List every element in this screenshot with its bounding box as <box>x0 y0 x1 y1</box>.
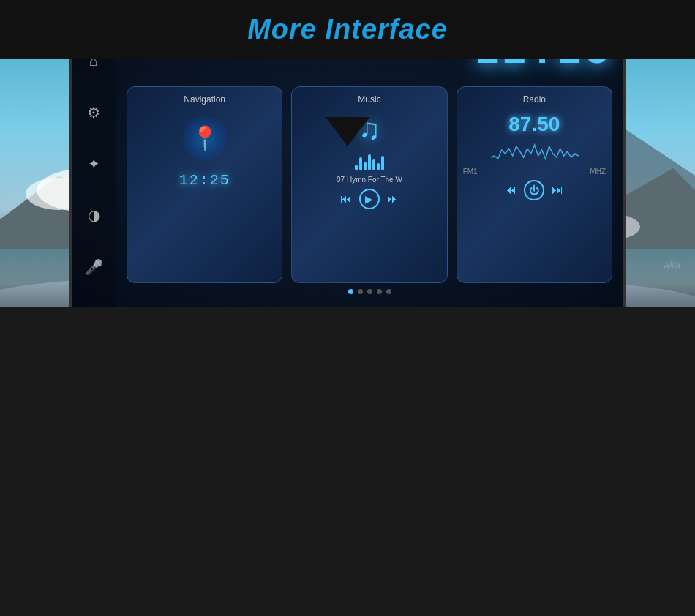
music-card[interactable]: Music ♫ 07 Hymn For The <box>291 86 447 283</box>
radio-power-button[interactable]: ⏻ <box>524 180 544 200</box>
dot-5[interactable] <box>386 289 391 294</box>
top-row: Tuesday, January 02 PM 12:25 <box>127 59 612 75</box>
prev-button[interactable]: ⏮ <box>340 192 352 206</box>
device-screen: ⌂ 12:25 🔊 ⊠ ⊟ ↩ ⌂ ⚙ ✦ <box>72 59 623 307</box>
bar-4 <box>368 154 371 170</box>
nav-icon-area: 📍 <box>179 113 230 164</box>
page-indicators <box>127 283 612 300</box>
app-cards: Navigation 📍 12:25 Music ♫ <box>127 86 612 283</box>
music-visualizer <box>355 152 384 170</box>
digital-clock: 12:25 <box>475 59 612 75</box>
radio-label-row: FM1 MHZ <box>463 168 606 176</box>
nav-card-title: Navigation <box>184 94 225 105</box>
play-button[interactable]: ▶ <box>359 189 380 209</box>
next-button[interactable]: ⏭ <box>387 192 399 206</box>
main-content: ⌂ ⚙ ✦ ◑ 🎤 Tuesday, January 02 PM 12:25 <box>72 59 623 307</box>
down-arrow-icon <box>326 117 369 146</box>
radio-next-button[interactable]: ⏭ <box>552 184 563 197</box>
header: More Interface <box>0 0 695 59</box>
car-head-unit: ⌂ 12:25 🔊 ⊠ ⊟ ↩ ⌂ ⚙ ✦ <box>70 59 626 307</box>
left-sidebar: ⌂ ⚙ ✦ ◑ 🎤 <box>72 59 116 307</box>
equalizer-icon[interactable]: ⚙ <box>87 104 100 121</box>
microphone-icon[interactable]: 🎤 <box>85 258 103 276</box>
home-icon[interactable]: ⌂ <box>89 59 98 70</box>
mountain-section: ⌂ 12:25 🔊 ⊠ ⊟ ↩ ⌂ ⚙ ✦ <box>0 59 695 307</box>
song-title: 07 Hymn For The W <box>337 176 402 184</box>
dot-1[interactable] <box>348 289 353 294</box>
bar-7 <box>381 156 384 170</box>
center-content: Tuesday, January 02 PM 12:25 Navigation … <box>116 59 623 307</box>
page-title: More Interface <box>247 14 448 45</box>
location-pin-icon: 📍 <box>190 124 219 152</box>
radio-unit: MHZ <box>590 168 606 176</box>
nav-sub-clock: 12:25 <box>179 172 230 189</box>
radio-card-title: Radio <box>523 94 546 105</box>
bar-6 <box>377 163 380 170</box>
radio-band: FM1 <box>463 168 478 176</box>
settings-icon[interactable]: ✦ <box>88 155 100 173</box>
radio-controls: ⏮ ⏻ ⏭ <box>505 180 563 200</box>
radio-card[interactable]: Radio 87.50 FM1 MHZ <box>457 86 612 283</box>
brightness-icon[interactable]: ◑ <box>88 206 100 224</box>
nav-glow: 📍 <box>183 116 227 160</box>
music-controls: ⏮ ▶ ⏭ <box>340 189 399 209</box>
bar-3 <box>364 162 367 170</box>
music-card-title: Music <box>358 94 380 105</box>
radio-spectrum <box>463 143 606 165</box>
bar-1 <box>355 165 358 170</box>
watermark: alta <box>664 259 680 271</box>
bar-5 <box>372 159 375 170</box>
navigation-card[interactable]: Navigation 📍 12:25 <box>127 86 282 283</box>
radio-frequency: 87.50 <box>508 113 560 136</box>
radio-prev-button[interactable]: ⏮ <box>505 184 516 197</box>
dot-3[interactable] <box>367 289 372 294</box>
dot-4[interactable] <box>377 289 382 294</box>
dot-2[interactable] <box>358 289 363 294</box>
bar-2 <box>359 157 362 170</box>
